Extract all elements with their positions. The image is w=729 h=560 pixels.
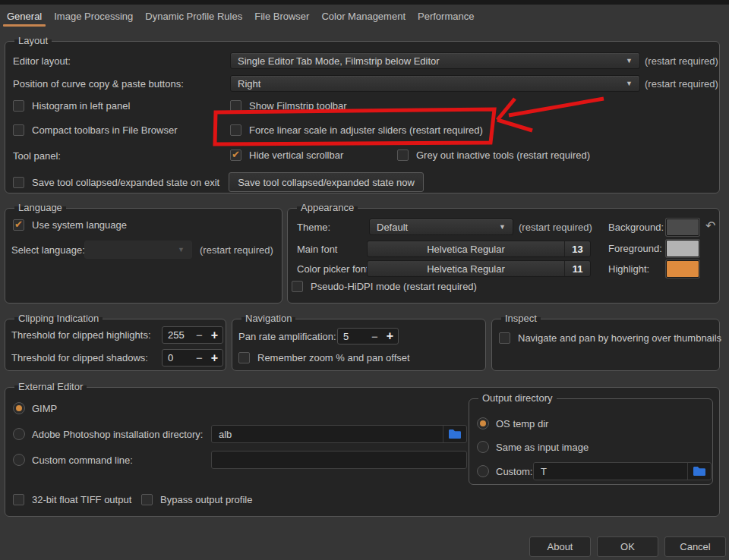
radio-button [477, 441, 489, 453]
checkbox-box-checked: ✔ [230, 149, 241, 161]
spinner-value: 0 [163, 352, 192, 363]
spinner-decrement[interactable]: − [368, 330, 382, 343]
checkbox-box [238, 352, 250, 363]
tab-label: Performance [418, 11, 474, 22]
radio-button-selected [13, 402, 25, 414]
radio-button [13, 454, 25, 466]
checkbox-remember-zoom-pan[interactable]: Remember zoom % and pan offset [238, 352, 410, 363]
checkbox-compact-toolbars[interactable]: Compact toolbars in File Browser [13, 124, 177, 136]
inspect-frame: Inspect Navigate and pan by hovering ove… [491, 319, 720, 371]
checkbox-box [13, 494, 24, 505]
dropdown-arrow-icon: ▼ [178, 246, 185, 253]
navigation-frame-title: Navigation [241, 313, 295, 324]
radio-label: Custom: [496, 466, 532, 477]
tab-dynamic-profile-rules[interactable]: Dynamic Profile Rules [144, 5, 243, 27]
output-directory-frame-title: Output directory [478, 392, 557, 404]
checkbox-box [230, 100, 241, 112]
save-tool-state-now-button[interactable]: Save tool collapsed/expanded state now [229, 172, 424, 192]
checkbox-grey-out-inactive-tools[interactable]: Grey out inactive tools (restart require… [397, 149, 590, 161]
checkbox-show-filmstrip-toolbar[interactable]: Show Filmstrip toolbar [230, 100, 347, 112]
layout-frame-title: Layout [14, 35, 52, 46]
pan-rate-spinner[interactable]: 5 − + [337, 328, 399, 344]
checkbox-pseudo-hidpi[interactable]: Pseudo-HiDPI mode (restart required) [292, 281, 477, 292]
radio-custom-command-line[interactable]: Custom command line: [13, 454, 133, 466]
curve-buttons-position-value: Right [238, 78, 260, 90]
photoshop-directory-field[interactable]: alb [211, 425, 467, 443]
restart-required-note: (restart required) [645, 78, 718, 90]
browse-folder-button[interactable] [443, 426, 466, 442]
custom-output-directory-field[interactable]: T [533, 462, 712, 480]
radio-same-as-input[interactable]: Same as input image [477, 441, 589, 453]
select-language-dropdown[interactable]: ▼ [84, 241, 192, 259]
tab-color-management[interactable]: Color Management [320, 5, 406, 27]
tab-performance[interactable]: Performance [417, 5, 475, 27]
editor-layout-dropdown[interactable]: Single Editor Tab Mode, Filmstrip below … [230, 52, 640, 69]
spinner-decrement[interactable]: − [192, 329, 207, 341]
cancel-button[interactable]: Cancel [664, 536, 726, 557]
checkbox-box [13, 100, 24, 112]
color-picker-font-name: Helvetica Regular [368, 263, 564, 275]
button-label: Cancel [680, 541, 710, 552]
spinner-increment[interactable]: + [207, 351, 222, 365]
restart-required-note: (restart required) [645, 55, 718, 67]
radio-dot [480, 420, 486, 426]
ok-button[interactable]: OK [597, 536, 658, 557]
custom-command-line-field[interactable] [211, 451, 467, 469]
theme-value: Default [377, 222, 408, 233]
main-font-button[interactable]: Helvetica Regular 13 [367, 241, 591, 257]
checkbox-navigate-by-hovering[interactable]: Navigate and pan by hovering over thumbn… [499, 332, 721, 344]
radio-label: Custom command line: [32, 455, 133, 466]
field-value: T [541, 466, 547, 477]
tab-label: Dynamic Profile Rules [145, 11, 242, 22]
spinner-increment[interactable]: + [382, 329, 398, 343]
color-picker-font-button[interactable]: Helvetica Regular 11 [367, 260, 591, 277]
tab-image-processing[interactable]: Image Processing [53, 5, 134, 27]
checkbox-hide-vertical-scrollbar[interactable]: ✔ Hide vertical scrollbar [230, 149, 343, 161]
curve-buttons-position-label: Position of curve copy & paste buttons: [13, 78, 184, 90]
output-directory-frame: Output directory OS temp dir Same as inp… [469, 398, 713, 485]
radio-custom-output[interactable]: Custom: [477, 465, 532, 477]
layout-frame: Layout Editor layout: Single Editor Tab … [5, 41, 720, 193]
checkbox-label: Hide vertical scrollbar [249, 149, 343, 161]
checkbox-force-linear-scale[interactable]: Force linear scale in adjuster sliders (… [230, 124, 483, 136]
checkbox-label: Pseudo-HiDPI mode (restart required) [311, 281, 477, 292]
spinner-decrement[interactable]: − [192, 351, 207, 364]
tab-bar: General Image Processing Dynamic Profile… [0, 5, 729, 27]
radio-dot [16, 405, 22, 411]
highlight-color-label: Highlight: [608, 263, 649, 275]
color-picker-font-label: Color picker font: [297, 263, 371, 275]
checkbox-label: Remember zoom % and pan offset [257, 352, 410, 363]
checkbox-label: Force linear scale in adjuster sliders (… [249, 124, 483, 136]
checkbox-bypass-output-profile[interactable]: Bypass output profile [141, 494, 252, 505]
editor-layout-label: Editor layout: [13, 55, 71, 67]
clipped-highlights-spinner[interactable]: 255 − + [162, 326, 223, 344]
checkbox-use-system-language[interactable]: ✔ Use system language [13, 219, 127, 231]
undo-icon[interactable]: ↶ [705, 220, 715, 232]
checkbox-box [292, 281, 303, 292]
checkbox-label: Use system language [32, 219, 127, 231]
clipped-shadows-spinner[interactable]: 0 − + [162, 349, 223, 367]
checkbox-32bit-float-tiff[interactable]: 32-bit float TIFF output [13, 494, 131, 505]
radio-gimp[interactable]: GIMP [13, 402, 57, 414]
curve-buttons-position-dropdown[interactable]: Right ▼ [230, 75, 640, 92]
radio-photoshop-directory[interactable]: Adobe Photoshop installation directory: [13, 428, 203, 440]
tab-general[interactable]: General [6, 5, 43, 27]
checkbox-save-tool-state-on-exit[interactable]: Save tool collapsed/expanded state on ex… [13, 177, 219, 188]
foreground-color-swatch[interactable] [666, 240, 699, 257]
checkbox-label: Navigate and pan by hovering over thumbn… [518, 332, 721, 344]
check-icon: ✔ [232, 149, 240, 159]
highlight-color-swatch[interactable] [666, 260, 699, 278]
tab-file-browser[interactable]: File Browser [254, 5, 310, 27]
theme-dropdown[interactable]: Default ▼ [369, 219, 513, 235]
checkbox-label: Save tool collapsed/expanded state on ex… [32, 177, 219, 188]
check-icon: ✔ [14, 219, 23, 229]
checkbox-histogram-left-panel[interactable]: Histogram in left panel [13, 100, 130, 112]
background-color-swatch[interactable] [666, 219, 699, 236]
radio-os-temp-dir[interactable]: OS temp dir [477, 417, 548, 429]
spinner-increment[interactable]: + [207, 329, 222, 342]
browse-folder-button[interactable] [688, 463, 711, 480]
active-tab-underline [3, 24, 46, 27]
radio-label: Adobe Photoshop installation directory: [32, 429, 203, 440]
foreground-color-label: Foreground: [608, 243, 662, 254]
about-button[interactable]: About [529, 536, 591, 557]
